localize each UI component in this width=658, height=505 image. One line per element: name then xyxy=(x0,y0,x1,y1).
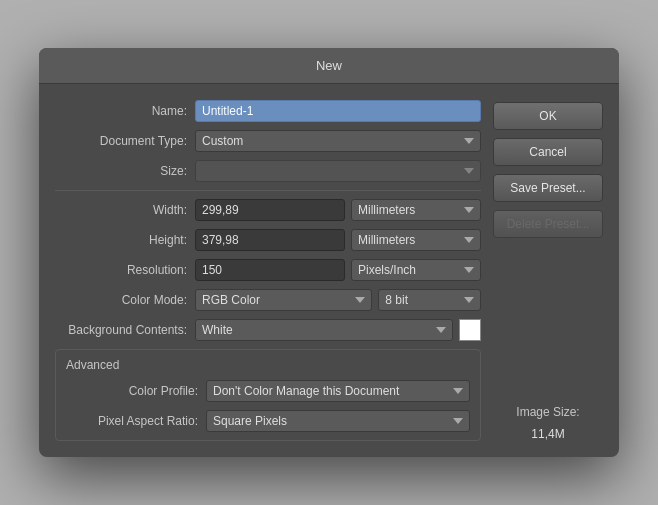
pixel-aspect-select-container: Square Pixels D1/DV NTSC xyxy=(206,410,470,432)
document-type-label: Document Type: xyxy=(55,134,195,148)
document-type-select-container: Custom Default Photoshop Size Letter A4 xyxy=(195,130,481,152)
name-label: Name: xyxy=(55,104,195,118)
color-depth-select[interactable]: 8 bit 16 bit 32 bit xyxy=(378,289,481,311)
height-controls: Millimeters Pixels Inches xyxy=(195,229,481,251)
background-controls: White Black Background Color Transparent xyxy=(195,319,481,341)
resolution-unit-select[interactable]: Pixels/Inch Pixels/Centimeter xyxy=(351,259,481,281)
size-select[interactable] xyxy=(195,160,481,182)
image-size-label: Image Size: xyxy=(493,385,603,419)
color-profile-select[interactable]: Don't Color Manage this Document sRGB IE… xyxy=(206,380,470,402)
new-document-dialog: New Name: Document Type: Custom Default … xyxy=(39,48,619,457)
height-row: Height: Millimeters Pixels Inches xyxy=(55,229,481,251)
image-size-value: 11,4M xyxy=(493,427,603,441)
height-unit-select[interactable]: Millimeters Pixels Inches xyxy=(351,229,481,251)
document-type-select[interactable]: Custom Default Photoshop Size Letter A4 xyxy=(195,130,481,152)
dialog-title: New xyxy=(39,48,619,84)
color-profile-select-container: Don't Color Manage this Document sRGB IE… xyxy=(206,380,470,402)
pixel-aspect-row: Pixel Aspect Ratio: Square Pixels D1/DV … xyxy=(66,410,470,432)
background-select[interactable]: White Black Background Color Transparent xyxy=(195,319,453,341)
width-input-wrapper xyxy=(195,199,345,221)
background-color-swatch[interactable] xyxy=(459,319,481,341)
background-select-wrapper: White Black Background Color Transparent xyxy=(195,319,453,341)
color-mode-label: Color Mode: xyxy=(55,293,195,307)
width-row: Width: Millimeters Pixels Inches Centime… xyxy=(55,199,481,221)
background-row: Background Contents: White Black Backgro… xyxy=(55,319,481,341)
form-section: Name: Document Type: Custom Default Phot… xyxy=(55,100,481,441)
resolution-label: Resolution: xyxy=(55,263,195,277)
resolution-row: Resolution: Pixels/Inch Pixels/Centimete… xyxy=(55,259,481,281)
resolution-controls: Pixels/Inch Pixels/Centimeter xyxy=(195,259,481,281)
resolution-input[interactable] xyxy=(195,259,345,281)
pixel-aspect-label: Pixel Aspect Ratio: xyxy=(66,414,206,428)
resolution-unit-wrapper: Pixels/Inch Pixels/Centimeter xyxy=(351,259,481,281)
ok-button[interactable]: OK xyxy=(493,102,603,130)
background-label: Background Contents: xyxy=(55,323,195,337)
buttons-section: OK Cancel Save Preset... Delete Preset..… xyxy=(493,100,603,441)
pixel-aspect-select[interactable]: Square Pixels D1/DV NTSC xyxy=(206,410,470,432)
height-unit-wrapper: Millimeters Pixels Inches xyxy=(351,229,481,251)
height-label: Height: xyxy=(55,233,195,247)
resolution-input-wrapper xyxy=(195,259,345,281)
save-preset-button[interactable]: Save Preset... xyxy=(493,174,603,202)
width-unit-select[interactable]: Millimeters Pixels Inches Centimeters xyxy=(351,199,481,221)
color-mode-controls: RGB Color CMYK Color Grayscale 8 bit 16 … xyxy=(195,289,481,311)
advanced-group: Advanced Color Profile: Don't Color Mana… xyxy=(55,349,481,441)
size-row: Size: xyxy=(55,160,481,182)
document-type-row: Document Type: Custom Default Photoshop … xyxy=(55,130,481,152)
width-controls: Millimeters Pixels Inches Centimeters xyxy=(195,199,481,221)
name-field-container xyxy=(195,100,481,122)
delete-preset-button[interactable]: Delete Preset... xyxy=(493,210,603,238)
height-input[interactable] xyxy=(195,229,345,251)
advanced-title: Advanced xyxy=(66,358,470,372)
color-mode-row: Color Mode: RGB Color CMYK Color Graysca… xyxy=(55,289,481,311)
width-input[interactable] xyxy=(195,199,345,221)
width-label: Width: xyxy=(55,203,195,217)
size-select-container xyxy=(195,160,481,182)
cancel-button[interactable]: Cancel xyxy=(493,138,603,166)
color-profile-row: Color Profile: Don't Color Manage this D… xyxy=(66,380,470,402)
height-input-wrapper xyxy=(195,229,345,251)
size-label: Size: xyxy=(55,164,195,178)
color-profile-label: Color Profile: xyxy=(66,384,206,398)
name-row: Name: xyxy=(55,100,481,122)
name-input[interactable] xyxy=(195,100,481,122)
width-unit-wrapper: Millimeters Pixels Inches Centimeters xyxy=(351,199,481,221)
color-mode-select[interactable]: RGB Color CMYK Color Grayscale xyxy=(195,289,372,311)
